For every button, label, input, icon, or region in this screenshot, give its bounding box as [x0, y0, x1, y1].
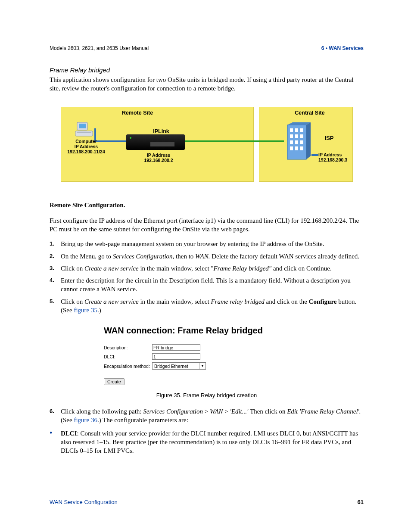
svg-rect-3 [77, 132, 91, 133]
running-header: Models 2603, 2621, and 2635 User Manual … [50, 45, 364, 51]
svg-rect-10 [290, 134, 293, 138]
header-rule [50, 54, 364, 54]
form-row-dlci: DLCI: [104, 353, 364, 360]
computer-icon [75, 121, 93, 138]
create-button[interactable]: Create [104, 378, 125, 385]
iplink-ip-label: IP Address 192.168.200.2 [133, 152, 184, 163]
step-1: 1. Bring up the web-page management syst… [50, 240, 364, 248]
steps-list-2: 6. Click along the following path: Servi… [50, 407, 364, 425]
cable-wan-icon [185, 140, 284, 142]
bullet-icon: • [50, 429, 61, 455]
step-2: 2. On the Menu, go to Services Configura… [50, 252, 364, 261]
figure-35-heading: WAN connection: Frame Relay bridged [104, 326, 364, 336]
page-number: 61 [358, 499, 364, 505]
chevron-down-icon: ▼ [199, 363, 206, 369]
svg-rect-18 [300, 146, 303, 150]
central-site-label: Central Site [288, 110, 331, 116]
bullet-dlci: • DLCI: Consult with your service provid… [50, 429, 364, 455]
document-page: Models 2603, 2621, and 2635 User Manual … [0, 0, 411, 532]
header-right: 6 • WAN Services [321, 45, 364, 51]
section-intro: This application shows configuration for… [50, 75, 364, 93]
step-5: 5. Click on Create a new service in the … [50, 297, 364, 315]
svg-rect-7 [290, 128, 293, 132]
router-icon [126, 134, 185, 150]
dlci-input[interactable] [152, 353, 200, 360]
remote-site-label: Remote Site [116, 110, 159, 116]
step-3: 3. Click on Create a new service in the … [50, 264, 364, 273]
svg-rect-17 [295, 146, 298, 150]
bullet-list: • DLCI: Consult with your service provid… [50, 429, 364, 455]
svg-rect-8 [295, 128, 298, 132]
svg-rect-2 [75, 131, 93, 136]
steps-list: 1. Bring up the web-page management syst… [50, 240, 364, 314]
encapsulation-select[interactable]: Bridged Ethernet ▼ [152, 362, 206, 370]
central-ip-label: IP Address 192.168.200.3 [318, 152, 353, 162]
svg-rect-16 [290, 146, 293, 150]
building-icon [284, 122, 311, 164]
figure-35-link[interactable]: figure 35 [74, 307, 97, 314]
figure-35: WAN connection: Frame Relay bridged Desc… [50, 323, 364, 386]
figure-35-caption: Figure 35. Frame Relay bridged creation [50, 392, 364, 398]
step-6: 6. Click along the following path: Servi… [50, 407, 364, 425]
iplink-label: IPLink [150, 128, 172, 134]
svg-rect-11 [295, 134, 298, 138]
figure-36-link[interactable]: figure 36 [74, 417, 97, 423]
page-footer: WAN Service Configuration 61 [50, 499, 364, 505]
svg-rect-9 [300, 128, 303, 132]
form-row-encap: Encapsulation method: Bridged Ethernet ▼ [104, 362, 364, 370]
cable-isp-icon [311, 154, 318, 156]
svg-marker-6 [306, 122, 311, 159]
svg-rect-12 [300, 134, 303, 138]
computer-ip-label: Computer IP Address 192.168.200.11/24 [65, 139, 107, 154]
network-diagram: Remote Site Central Site IPLink ISP [51, 107, 362, 183]
svg-rect-13 [290, 140, 293, 144]
isp-label: ISP [323, 135, 336, 142]
footer-section: WAN Service Configuration [50, 499, 118, 505]
svg-rect-1 [79, 124, 86, 128]
header-left: Models 2603, 2621, and 2635 User Manual [50, 45, 149, 51]
step-4: 4. Enter the description for the circuit… [50, 276, 364, 294]
svg-rect-14 [295, 140, 298, 144]
description-input[interactable] [152, 344, 200, 351]
section-title: Frame Relay bridged [50, 66, 364, 74]
form-row-description: Description: [104, 344, 364, 351]
svg-rect-15 [300, 140, 303, 144]
remote-config-para: First configure the IP address of the Et… [50, 216, 364, 234]
remote-config-heading: Remote Site Configuration. [50, 201, 364, 209]
